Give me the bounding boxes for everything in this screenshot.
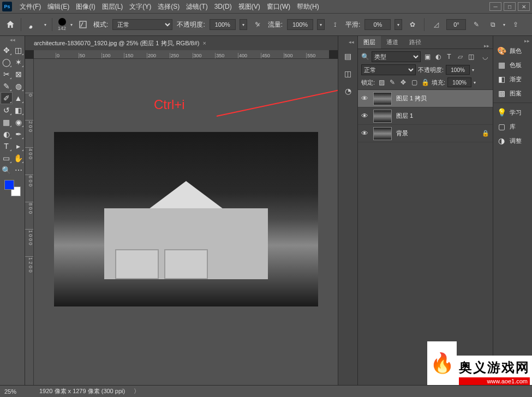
symmetry-chevron-icon[interactable]: ▾ (503, 22, 505, 27)
visibility-icon[interactable]: 👁 (361, 129, 369, 137)
layer-name[interactable]: 图层 1 (396, 112, 413, 120)
visibility-icon[interactable]: 👁 (361, 94, 369, 103)
pressure-opacity-icon[interactable]: ✎̷ (252, 19, 264, 31)
smoothing-value[interactable]: 0% (364, 19, 391, 30)
properties-panel-icon[interactable]: ◫ (342, 68, 354, 80)
pen-tool[interactable]: ✒ (13, 129, 24, 140)
menu-view[interactable]: 视图(V) (235, 2, 264, 11)
filter-type-icon[interactable]: T (445, 52, 453, 61)
crop-tool[interactable]: ✂ (1, 69, 12, 80)
share-icon[interactable]: ⇪ (510, 19, 522, 31)
filter-shape-icon[interactable]: ▱ (456, 52, 464, 61)
move-tool[interactable]: ✥ (1, 45, 12, 56)
menu-filter[interactable]: 滤镜(T) (183, 2, 211, 11)
zoom-tool[interactable]: 🔍 (1, 165, 12, 176)
angle-icon[interactable]: ◿ (430, 19, 442, 31)
home-icon[interactable] (5, 20, 15, 29)
filter-toggle-icon[interactable]: ◡ (481, 52, 489, 61)
menu-type[interactable]: 文字(Y) (126, 2, 154, 11)
lock-position-icon[interactable]: ✥ (399, 78, 408, 87)
info-panel-icon[interactable]: ◔ (342, 85, 354, 97)
layer-blend-select[interactable]: 正常 (361, 64, 416, 75)
document-info[interactable]: 1920 像素 x 1279 像素 (300 ppi) (39, 387, 125, 395)
strip-collapse-icon[interactable]: ◂◂ (338, 39, 357, 45)
airbrush-icon[interactable]: ⟟ (329, 19, 341, 31)
learn-panel-button[interactable]: 💡学习 (493, 105, 532, 119)
dodge-tool[interactable]: ◐ (1, 129, 12, 140)
menu-help[interactable]: 帮助(H) (294, 2, 322, 11)
history-brush-tool[interactable]: ↺ (1, 105, 12, 116)
tab-close-icon[interactable]: × (202, 40, 206, 46)
brush-preview-icon[interactable] (58, 18, 66, 26)
layer-thumbnail[interactable] (373, 110, 392, 123)
lock-paint-icon[interactable]: ✎ (388, 78, 397, 87)
library-panel-button[interactable]: ▢库 (493, 119, 532, 134)
layer-row[interactable]: 👁 图层 1 (358, 107, 493, 125)
menu-image[interactable]: 图像(I) (73, 2, 98, 11)
tab-paths[interactable]: 路径 (404, 36, 427, 49)
angle-value[interactable]: 0° (446, 19, 466, 30)
filter-smart-icon[interactable]: ◫ (467, 52, 475, 61)
brush-chevron-icon[interactable]: ▾ (70, 22, 73, 27)
stamp-tool[interactable]: ▲ (13, 93, 24, 104)
lock-all-icon[interactable]: 🔒 (421, 78, 429, 87)
filter-adjust-icon[interactable]: ◐ (434, 52, 443, 61)
edit-toolbar-icon[interactable]: ⋯ (13, 165, 24, 176)
menu-window[interactable]: 窗口(W) (264, 2, 294, 11)
maximize-button[interactable]: □ (504, 2, 516, 11)
rectangle-tool[interactable]: ▭ (1, 153, 12, 164)
strip-collapse-icon[interactable]: ▸▸ (493, 38, 532, 44)
color-swatches[interactable] (4, 180, 21, 196)
layer-filter-select[interactable]: 类型 (372, 51, 421, 62)
document-tab[interactable]: architecture-1836070_1920.jpg @ 25% (图层 … (29, 37, 211, 50)
tab-layers[interactable]: 图层 (358, 36, 381, 49)
color-panel-button[interactable]: 🎨颜色 (493, 44, 532, 58)
layer-name[interactable]: 图层 1 拷贝 (396, 94, 427, 103)
menu-select[interactable]: 选择(S) (154, 2, 183, 11)
menu-3d[interactable]: 3D(D) (211, 3, 235, 10)
minimize-button[interactable]: ─ (489, 2, 501, 11)
flow-chevron-icon[interactable]: ▾ (317, 19, 325, 30)
pressure-size-icon[interactable]: ✎ (470, 19, 482, 31)
path-select-tool[interactable]: ▸ (13, 141, 24, 152)
brush-tool[interactable]: ✐ (1, 93, 12, 104)
quick-select-tool[interactable]: ✶ (13, 57, 24, 68)
gradient-panel-button[interactable]: ◧渐变 (493, 72, 532, 86)
gradient-tool[interactable]: ▦ (1, 117, 12, 128)
swatches-panel-button[interactable]: ▦色板 (493, 58, 532, 72)
menu-edit[interactable]: 编辑(E) (44, 2, 73, 11)
tab-channels[interactable]: 通道 (381, 36, 404, 49)
filter-image-icon[interactable]: ▣ (423, 52, 432, 61)
layer-name[interactable]: 背景 (396, 129, 408, 137)
foreground-color[interactable] (4, 180, 14, 190)
layer-thumbnail[interactable] (373, 92, 392, 105)
close-button[interactable]: ✕ (518, 2, 530, 11)
tool-preset-chevron-icon[interactable]: ▾ (44, 22, 46, 27)
lock-icon[interactable]: 🔒 (482, 130, 489, 137)
eyedropper-tool[interactable]: ✎ (1, 81, 12, 92)
ruler-horizontal[interactable]: 050100150200250300350400450500550 (34, 50, 329, 59)
type-tool[interactable]: T (1, 141, 12, 152)
canvas-viewport[interactable]: Ctrl+i (34, 59, 338, 385)
opacity-chevron-icon[interactable]: ▾ (240, 19, 247, 30)
hand-tool[interactable]: ✋ (13, 153, 24, 164)
smoothing-chevron-icon[interactable]: ▾ (394, 19, 402, 30)
lock-artboard-icon[interactable]: ▢ (410, 78, 419, 87)
symmetry-icon[interactable]: ⧉ (487, 19, 499, 31)
fill-value[interactable]: 100% (447, 77, 471, 87)
brush-tool-icon[interactable] (27, 19, 40, 30)
patterns-panel-button[interactable]: ▩图案 (493, 86, 532, 100)
smoothing-gear-icon[interactable]: ✿ (407, 19, 419, 31)
healing-tool[interactable]: ◍ (13, 81, 24, 92)
opacity-dropdown-icon[interactable]: ▾ (472, 68, 474, 73)
brush-panel-toggle-icon[interactable] (77, 19, 89, 31)
history-panel-icon[interactable]: ▤ (342, 50, 354, 62)
lasso-tool[interactable]: ◯ (1, 57, 12, 68)
visibility-icon[interactable]: 👁 (361, 112, 369, 120)
blend-mode-select[interactable]: 正常 (112, 19, 172, 30)
fill-dropdown-icon[interactable]: ▾ (474, 80, 476, 85)
zoom-level[interactable]: 25% (4, 388, 31, 395)
layer-opacity-value[interactable]: 100% (446, 65, 470, 75)
artboard-tool[interactable]: ◫ (13, 45, 24, 56)
opacity-value[interactable]: 100% (210, 19, 236, 30)
